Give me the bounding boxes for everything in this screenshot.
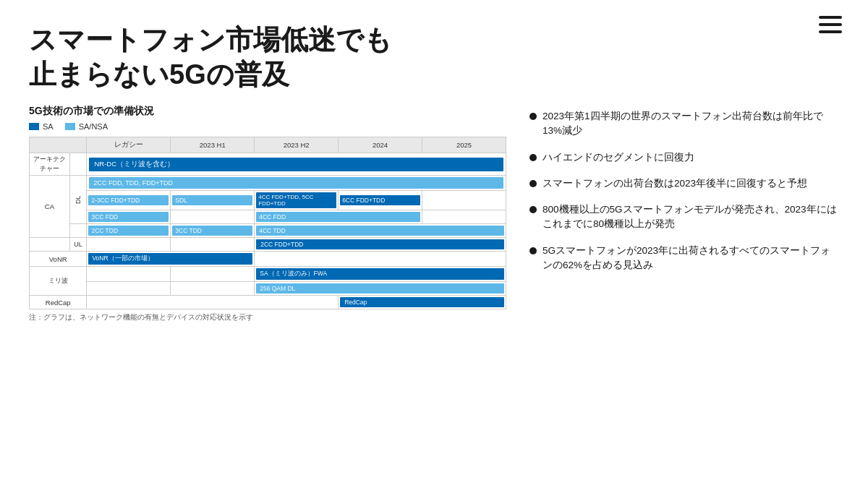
mmwave-label: ミリ波: [30, 267, 87, 296]
ca-tdd-span: 4CC TDD: [255, 224, 506, 238]
dl2-label: [69, 224, 87, 238]
col-header-2023h2: 2023 H2: [255, 137, 339, 153]
architecture-row: アーキテクチャー NR-DC（ミリ波を含む）: [30, 153, 506, 176]
ca-dl-row1: CA DL 2CC FDD, TDD, FDD+TDD: [30, 176, 506, 191]
chart-title: 5G技術の市場での準備状況: [29, 105, 506, 118]
ca-dl-row2-2023h2: 4CC FDD+TDD, 5CC FDD+TDD: [255, 191, 339, 210]
bullet-4: 800機種以上の5Gスマートフォンモデルが発売され、2023年にはこれまでに80…: [529, 202, 839, 232]
legend: SA SA/NSA: [29, 122, 506, 131]
bullet-5: 5Gスマートフォンが2023年に出荷されるすべてのスマートフォンの62%を占める…: [529, 244, 839, 273]
sa-nsa-label: SA/NSA: [79, 122, 108, 131]
ericsson-logo: [819, 16, 842, 41]
col-header-legacy: レガシー: [87, 137, 171, 153]
chart-note: 注：グラフは、ネットワーク機能の有無とデバイスの対応状況を示す: [29, 313, 506, 322]
col-header-2025: 2025: [422, 137, 506, 153]
bullet-dot-3: [529, 180, 537, 187]
redcap-label: RedCap: [30, 296, 87, 309]
ca-dl-row3-span: 4CC FDD: [255, 210, 422, 224]
svg-rect-1: [819, 23, 842, 26]
ca-tdd-bar1: 2CC TDD: [88, 226, 169, 236]
bullet-list: 2023年第1四半期の世界のスマートフォン出荷台数は前年比で13%減少 ハイエン…: [529, 109, 839, 273]
mmwave1-legacy: [87, 267, 171, 282]
ca-dl-row2-legacy: 2-3CC FDD+TDD: [87, 191, 171, 210]
mmwave1-2023h1: [171, 267, 255, 282]
mmwave-row2: 256 QAM DL: [30, 282, 506, 296]
ca-dl-bar2d: 6CC FDD+TDD: [340, 195, 420, 205]
arch-label: アーキテクチャー: [30, 153, 70, 176]
ca-tdd-bar3: 4CC TDD: [256, 226, 504, 236]
mmwave2-span: 256 QAM DL: [255, 282, 506, 296]
bullet-dot-2: [529, 154, 537, 161]
dl-label: DL: [69, 176, 87, 224]
bullet-dot-4: [529, 206, 537, 213]
vonr-label: VoNR: [30, 252, 87, 267]
ca-tdd-bar2: 3CC TDD: [172, 226, 252, 236]
mmwave-bar1: SA（ミリ波のみ）FWA: [256, 268, 504, 280]
bullet-3: スマートフォンの出荷台数は2023年後半に回復すると予想: [529, 176, 839, 191]
bullet-text-4: 800機種以上の5Gスマートフォンモデルが発売され、2023年にはこれまでに80…: [542, 202, 839, 232]
ca-dl-bar2c: 4CC FDD+TDD, 5CC FDD+TDD: [256, 192, 336, 208]
vonr-row: VoNR VoNR（一部の市場）: [30, 252, 506, 267]
chart-table: レガシー 2023 H1 2023 H2 2024 2025 アーキテクチャー …: [29, 137, 506, 309]
ca-dl-bar2b: SDL: [172, 195, 252, 205]
bullet-1: 2023年第1四半期の世界のスマートフォン出荷台数は前年比で13%減少: [529, 109, 839, 139]
header-row: レガシー 2023 H1 2023 H2 2024 2025: [30, 137, 506, 153]
svg-rect-0: [819, 16, 842, 19]
sa-nsa-color-box: [65, 123, 75, 130]
ca-dl-row2-2025: [422, 191, 506, 210]
bullet-text-1: 2023年第1四半期の世界のスマートフォン出荷台数は前年比で13%減少: [542, 109, 839, 139]
bullet-dot-1: [529, 113, 537, 120]
ul-label: UL: [69, 238, 87, 252]
bullet-dot-5: [529, 247, 537, 254]
ul-2023h1: [171, 238, 255, 252]
ca-dl-bar3a: 3CC FDD: [88, 212, 169, 222]
svg-rect-2: [819, 30, 842, 33]
ca-ul-row: UL 2CC FDD+TDD: [30, 238, 506, 252]
mmwave1-span: SA（ミリ波のみ）FWA: [255, 267, 506, 282]
ca-dl-row3: 3CC FDD 4CC FDD: [30, 210, 506, 224]
content-area: 5G技術の市場での準備状況 SA SA/NSA: [29, 105, 839, 476]
ca-dl-row3-legacy: 3CC FDD: [87, 210, 171, 224]
sa-color-box: [29, 123, 39, 130]
main-title: スマートフォン市場低迷でも 止まらない5Gの普及: [29, 23, 839, 92]
ca-dl-row3-2023h1: [171, 210, 255, 224]
bullet-text-5: 5Gスマートフォンが2023年に出荷されるすべてのスマートフォンの62%を占める…: [542, 244, 839, 273]
bullet-text-2: ハイエンドのセグメントに回復力: [542, 150, 694, 165]
ul-legacy: [87, 238, 171, 252]
ca-label: CA: [30, 176, 70, 238]
ca-tdd-2023h1: 3CC TDD: [171, 224, 255, 238]
redcap-bar: RedCap: [340, 297, 504, 307]
ca-dl-row2-2024: 6CC FDD+TDD: [339, 191, 422, 210]
ca-dl-row1-cell: 2CC FDD, TDD, FDD+TDD: [87, 176, 506, 191]
right-panel: 2023年第1四半期の世界のスマートフォン出荷台数は前年比で13%減少 ハイエン…: [529, 105, 839, 476]
arch-bar: NR-DC（ミリ波を含む）: [89, 158, 503, 171]
arch-sub-label: [69, 153, 87, 176]
col-header-2023h1: 2023 H1: [171, 137, 255, 153]
ul-bar: 2CC FDD+TDD: [256, 239, 504, 249]
col-header-empty: [30, 137, 87, 153]
ca-dl-row3-2025: [422, 210, 506, 224]
page: スマートフォン市場低迷でも 止まらない5Gの普及 5G技術の市場での準備状況 S…: [0, 0, 868, 488]
ca-dl-row4: 2CC TDD 3CC TDD 4CC TDD: [30, 224, 506, 238]
vonr-bar: VoNR（一部の市場）: [88, 253, 252, 265]
ul-span: 2CC FDD+TDD: [255, 238, 506, 252]
vonr-cell: VoNR（一部の市場）: [87, 252, 255, 267]
ca-dl-bar3b: 4CC FDD: [256, 212, 420, 222]
ca-dl-bar1: 2CC FDD, TDD, FDD+TDD: [89, 177, 503, 189]
ca-tdd-legacy: 2CC TDD: [87, 224, 171, 238]
redcap-cell: [87, 296, 339, 309]
bullet-text-3: スマートフォンの出荷台数は2023年後半に回復すると予想: [542, 176, 807, 191]
mmwave2-legacy: [87, 282, 171, 296]
legend-sa: SA: [29, 122, 54, 131]
redcap-row: RedCap RedCap: [30, 296, 506, 309]
mmwave-bar2: 256 QAM DL: [256, 283, 504, 294]
redcap-bar-cell: RedCap: [339, 296, 506, 309]
vonr-rest: [255, 252, 506, 267]
mmwave2-2023h1: [171, 282, 255, 296]
bullet-2: ハイエンドのセグメントに回復力: [529, 150, 839, 165]
left-panel: 5G技術の市場での準備状況 SA SA/NSA: [29, 105, 506, 476]
mmwave-row1: ミリ波 SA（ミリ波のみ）FWA: [30, 267, 506, 282]
ca-dl-row2-2023h1: SDL: [171, 191, 255, 210]
legend-sa-nsa: SA/NSA: [65, 122, 108, 131]
ca-dl-bar2a: 2-3CC FDD+TDD: [88, 195, 169, 205]
